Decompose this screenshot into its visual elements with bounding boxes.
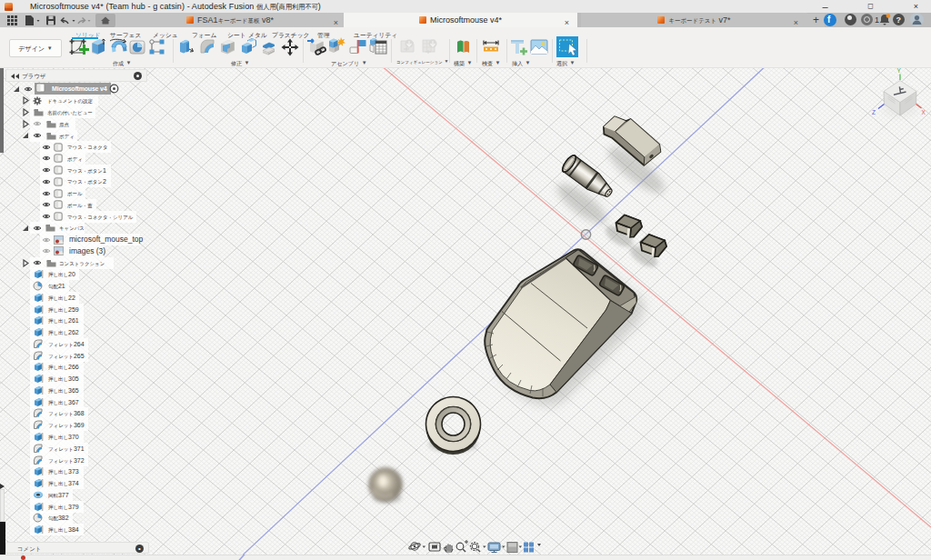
svg-text:Y: Y	[897, 67, 902, 74]
svg-text:X: X	[922, 109, 926, 115]
svg-text:Z: Z	[872, 109, 876, 115]
